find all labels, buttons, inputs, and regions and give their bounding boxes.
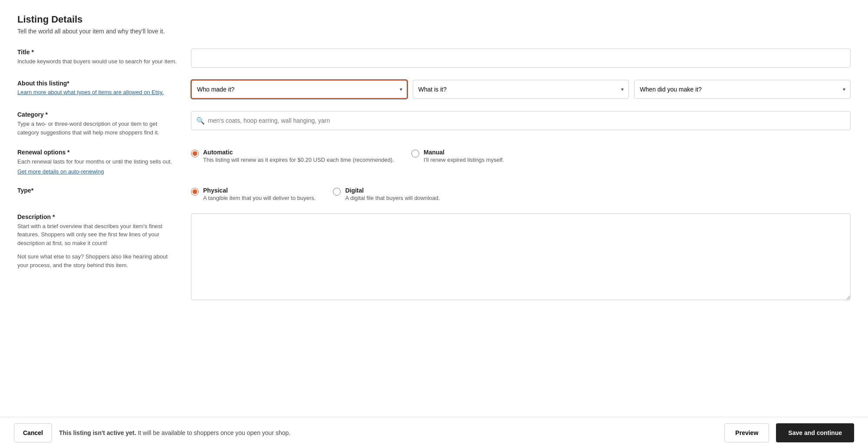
about-listing-label-col: About this listing* Learn more about wha… xyxy=(17,80,191,99)
renewal-radio-group: Automatic This listing will renew as it … xyxy=(191,149,851,163)
type-physical-desc: A tangible item that you will deliver to… xyxy=(203,195,316,201)
type-physical-option[interactable]: Physical A tangible item that you will d… xyxy=(191,187,316,201)
renewal-automatic-text: Automatic This listing will renew as it … xyxy=(203,149,394,163)
category-field-col: 🔍 xyxy=(191,111,851,137)
status-bold: This listing isn't active yet. xyxy=(59,429,136,436)
title-label-col: Title * Include keywords that buyers wou… xyxy=(17,49,191,68)
renewal-automatic-option[interactable]: Automatic This listing will renew as it … xyxy=(191,149,394,163)
page-title: Listing Details xyxy=(17,14,851,25)
renewal-automatic-radio[interactable] xyxy=(191,150,199,157)
about-listing-label: About this listing* xyxy=(17,80,177,87)
about-listing-link[interactable]: Learn more about what types of items are… xyxy=(17,89,164,95)
category-label: Category * xyxy=(17,111,177,118)
type-physical-text: Physical A tangible item that you will d… xyxy=(203,187,316,201)
renewal-manual-radio[interactable] xyxy=(411,150,419,157)
page-subtitle: Tell the world all about your item and w… xyxy=(17,28,851,35)
about-listing-field-col: Who made it? I did A member of my shop A… xyxy=(191,80,851,99)
renewal-manual-option[interactable]: Manual I'll renew expired listings mysel… xyxy=(411,149,504,163)
status-suffix: It will be available to shoppers once yo… xyxy=(138,429,290,436)
type-row: Type* Physical A tangible item that you … xyxy=(17,187,851,201)
bottom-bar: Cancel This listing isn't active yet. It… xyxy=(0,417,868,448)
description-row: Description * Start with a brief overvie… xyxy=(17,213,851,301)
title-row: Title * Include keywords that buyers wou… xyxy=(17,49,851,68)
type-radio-group: Physical A tangible item that you will d… xyxy=(191,187,851,201)
type-physical-label: Physical xyxy=(203,187,316,194)
type-digital-option[interactable]: Digital A digital file that buyers will … xyxy=(333,187,440,201)
cancel-button[interactable]: Cancel xyxy=(14,423,52,442)
renewal-label: Renewal options * xyxy=(17,149,177,156)
title-label: Title * xyxy=(17,49,177,56)
type-digital-text: Digital A digital file that buyers will … xyxy=(345,187,440,201)
renewal-manual-desc: I'll renew expired listings myself. xyxy=(424,157,504,163)
renewal-link[interactable]: Get more details on auto-renewing xyxy=(17,168,104,175)
description-label: Description * xyxy=(17,213,177,220)
about-listing-row: About this listing* Learn more about wha… xyxy=(17,80,851,99)
who-made-wrapper: Who made it? I did A member of my shop A… xyxy=(191,80,408,99)
renewal-automatic-label: Automatic xyxy=(203,149,394,156)
type-digital-label: Digital xyxy=(345,187,440,194)
type-label-col: Type* xyxy=(17,187,191,201)
status-text: This listing isn't active yet. It will b… xyxy=(59,429,717,436)
type-digital-radio[interactable] xyxy=(333,188,341,196)
page-wrapper: Listing Details Tell the world all about… xyxy=(0,0,868,448)
type-physical-radio[interactable] xyxy=(191,188,199,196)
preview-button[interactable]: Preview xyxy=(724,423,769,442)
type-radio-row: Physical A tangible item that you will d… xyxy=(191,187,851,201)
main-content: Listing Details Tell the world all about… xyxy=(0,0,868,413)
description-field-col xyxy=(191,213,851,301)
renewal-field-col: Automatic This listing will renew as it … xyxy=(191,149,851,175)
description-hint1: Start with a brief overview that describ… xyxy=(17,222,177,248)
renewal-automatic-desc: This listing will renew as it expires fo… xyxy=(203,157,394,163)
description-label-col: Description * Start with a brief overvie… xyxy=(17,213,191,301)
what-is-wrapper: What is it? A finished product A supply … xyxy=(413,80,629,99)
renewal-manual-text: Manual I'll renew expired listings mysel… xyxy=(424,149,504,163)
what-is-select[interactable]: What is it? A finished product A supply … xyxy=(413,80,629,99)
renewal-manual-label: Manual xyxy=(424,149,504,156)
who-made-select[interactable]: Who made it? I did A member of my shop A… xyxy=(191,80,408,99)
search-icon: 🔍 xyxy=(196,117,205,125)
renewal-radio-row: Automatic This listing will renew as it … xyxy=(191,149,851,163)
when-made-select[interactable]: When did you make it? Made to order 2020… xyxy=(634,80,851,99)
renewal-options-row: Renewal options * Each renewal lasts for… xyxy=(17,149,851,175)
save-button[interactable]: Save and continue xyxy=(776,423,854,442)
title-hint: Include keywords that buyers would use t… xyxy=(17,57,177,66)
type-field-col: Physical A tangible item that you will d… xyxy=(191,187,851,201)
category-row: Category * Type a two- or three-word des… xyxy=(17,111,851,137)
when-made-wrapper: When did you make it? Made to order 2020… xyxy=(634,80,851,99)
category-label-col: Category * Type a two- or three-word des… xyxy=(17,111,191,137)
title-field-col xyxy=(191,49,851,68)
type-digital-desc: A digital file that buyers will download… xyxy=(345,195,440,201)
description-textarea[interactable] xyxy=(191,213,851,300)
about-listing-selects: Who made it? I did A member of my shop A… xyxy=(191,80,851,99)
category-search-input[interactable] xyxy=(191,111,851,130)
renewal-hint: Each renewal lasts for four months or un… xyxy=(17,157,177,166)
renewal-label-col: Renewal options * Each renewal lasts for… xyxy=(17,149,191,175)
description-hint2: Not sure what else to say? Shoppers also… xyxy=(17,252,177,269)
title-input[interactable] xyxy=(191,49,851,68)
category-hint: Type a two- or three-word description of… xyxy=(17,120,177,137)
type-label: Type* xyxy=(17,187,177,194)
category-search-wrapper: 🔍 xyxy=(191,111,851,130)
